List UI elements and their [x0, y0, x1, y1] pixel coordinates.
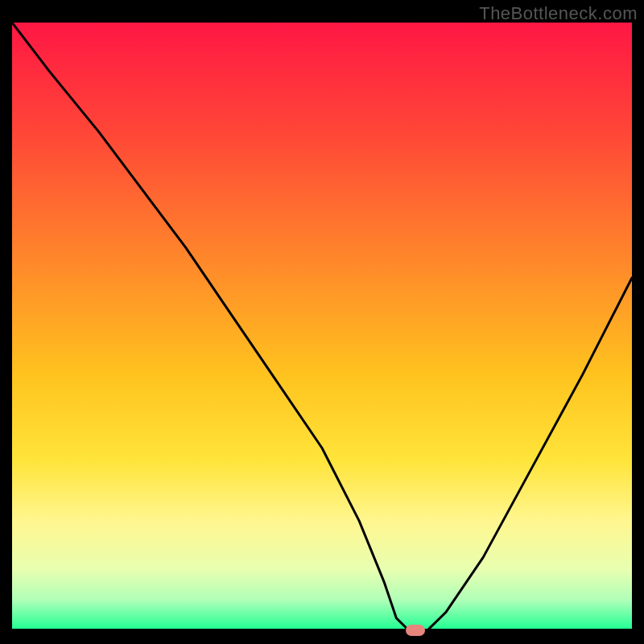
watermark-text: TheBottleneck.com: [479, 3, 638, 24]
chart-svg: [12, 23, 632, 630]
chart-container: TheBottleneck.com: [0, 0, 644, 644]
optimal-marker: [406, 625, 425, 636]
chart-background: [12, 23, 632, 630]
bottleneck-chart: [12, 23, 632, 630]
